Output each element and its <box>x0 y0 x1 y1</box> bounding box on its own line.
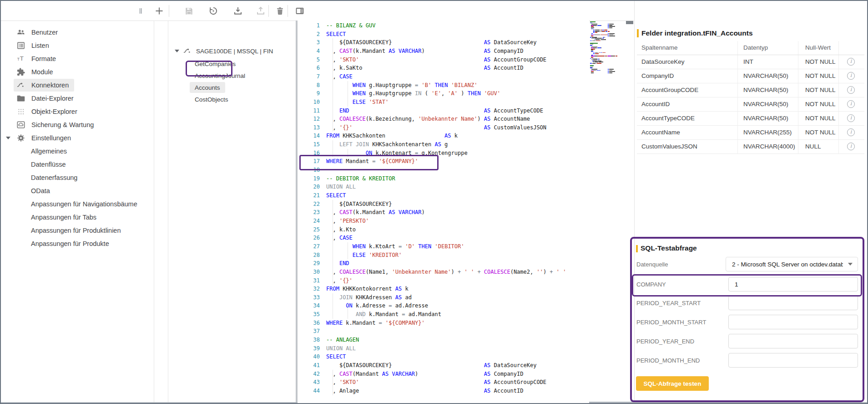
sidebar-item-anpassungen-für-produkte[interactable]: Anpassungen für Produkte <box>1 237 154 250</box>
sidebar-item-datei-explorer[interactable]: Datei-Explorer <box>1 92 154 105</box>
column-divider <box>737 41 738 154</box>
info-icon[interactable]: i <box>847 114 855 122</box>
chevron-down-icon[interactable] <box>6 137 10 139</box>
sidebar-item-einstellungen[interactable]: Einstellungen <box>1 131 154 144</box>
editor-scrollbar[interactable] <box>625 20 634 402</box>
sidebar-item-anpassungen-für-produktlinien[interactable]: Anpassungen für Produktlinien <box>1 224 154 237</box>
delete-button[interactable] <box>273 4 287 18</box>
code-line-18: 18 <box>298 166 589 174</box>
layout-button[interactable] <box>293 4 307 18</box>
minimap-line <box>590 72 612 73</box>
collapsed-panel-gutter <box>154 21 168 402</box>
sidebar-item-odata[interactable]: OData <box>1 184 154 197</box>
period_month_start-input[interactable] <box>728 315 858 329</box>
code-line-34: 34 ON k.Adresse = ad.Adresse <box>298 302 589 310</box>
column-divider <box>798 41 798 154</box>
code-line-30: 30 , COALESCE(Name1, 'Unbekannter Name')… <box>298 268 589 276</box>
code-line-15: 15 LEFT JOIN KHKSachkontenarten AS g <box>298 140 589 149</box>
code-line-11: 11 END AS AccountTypeCODE <box>298 107 589 115</box>
code-line-24: 24 , 'PERSKTO' <box>298 217 589 225</box>
drag-handle-button[interactable] <box>134 4 147 18</box>
code-line-26: 26 , CASE <box>298 234 589 242</box>
accent-bar <box>637 29 639 37</box>
tree-item-accounts[interactable]: Accounts <box>190 82 225 93</box>
datasource-select[interactable]: 2 - Microsoft SQL Server on octdev.datab… <box>726 257 858 271</box>
connector-tree-panel: SAGE100DE | MSSQL | FIN GetCompaniesAcco… <box>168 21 296 402</box>
info-icon[interactable]: i <box>847 86 855 94</box>
code-line-21: 21SELECT <box>298 191 589 200</box>
tree-item-getcompanies[interactable]: GetCompanies <box>190 58 241 70</box>
add-button[interactable] <box>152 4 166 18</box>
connector-icon <box>182 46 192 56</box>
param-label: COMPANY <box>636 281 666 288</box>
export-button <box>254 4 267 18</box>
code-line-32: 32FROM KHKKontokorrent AS k <box>298 285 589 293</box>
param-label: PERIOD_MONTH_END <box>636 357 700 364</box>
code-line-33: 33 JOIN KHKAdressen AS ad <box>298 293 589 302</box>
code-line-42: 42 , CAST(Mandant AS VARCHAR) AS Company… <box>298 370 589 378</box>
sidebar-item-label: Allgemeines <box>31 148 67 155</box>
sidebar-item-sicherung-wartung[interactable]: Sicherung & Wartung <box>1 118 154 131</box>
info-icon[interactable]: i <box>847 128 855 136</box>
import-button[interactable] <box>231 4 245 18</box>
period_year_end-input[interactable] <box>728 334 858 348</box>
people-icon <box>16 27 26 37</box>
module-icon <box>16 67 26 77</box>
tree-root-connector[interactable]: SAGE100DE | MSSQL | FIN <box>175 45 273 57</box>
tree-item-label: GetCompanies <box>195 61 236 67</box>
sidebar-item-label: Objekt-Explorer <box>31 108 77 115</box>
code-line-3: 3 ${DATASOURCEKEY} AS DataSourceKey <box>298 38 589 47</box>
code-line-22: 22 ${DATASOURCEKEY} <box>298 200 589 209</box>
minimap-line <box>590 56 617 56</box>
code-line-10: 10 ELSE 'STAT' <box>298 98 589 107</box>
sql-test-title: SQL-Testabfrage <box>641 244 697 252</box>
tree-item-costobjects[interactable]: CostObjects <box>190 93 233 105</box>
sidebar-item-label: Anpassungen für Produkte <box>31 240 109 247</box>
period_year_start-input[interactable] <box>728 296 858 310</box>
column-header: Spaltenname <box>641 44 678 51</box>
sql-editor[interactable]: 1-- BILANZ & GUV2SELECT3 ${DATASOURCEKEY… <box>298 20 589 403</box>
backup-icon <box>16 120 26 130</box>
code-line-19: 19-- DEBITOR & KREDITOR <box>298 174 589 183</box>
tree-item-accountingjournal[interactable]: AccountingJournal <box>190 70 250 82</box>
sidebar-item-allgemeines[interactable]: Allgemeines <box>1 144 154 158</box>
info-icon[interactable]: i <box>847 100 855 108</box>
history-button[interactable] <box>207 4 220 18</box>
param-row-period_month_end: PERIOD_MONTH_END <box>636 353 858 368</box>
sidebar-item-label: Anpassungen für Navigationsbäume <box>31 200 137 208</box>
code-line-25: 25 , k.Kto <box>298 225 589 234</box>
accent-bar <box>636 245 638 252</box>
code-line-17: 17WHERE Mandant = '${COMPANY}' <box>298 157 589 166</box>
minimap[interactable] <box>589 21 625 81</box>
scrollbar-thumb[interactable] <box>626 21 633 24</box>
param-row-period_year_start: PERIOD_YEAR_START <box>636 296 858 310</box>
sidebar-item-konnektoren[interactable]: Konnektoren <box>1 78 154 92</box>
test-sql-query-button[interactable]: SQL-Abfrage testen <box>636 376 709 391</box>
param-label: PERIOD_YEAR_START <box>636 300 701 307</box>
connector-icon <box>16 80 26 90</box>
period_month_end-input[interactable] <box>728 353 858 368</box>
sidebar-item-label: Konnektoren <box>31 82 69 89</box>
sidebar-item-label: Benutzer <box>31 29 58 36</box>
company-input[interactable] <box>728 277 858 291</box>
sidebar-item-anpassungen-für-navigationsbäume[interactable]: Anpassungen für Navigationsbäume <box>1 197 154 210</box>
sidebar-item-module[interactable]: Module <box>1 65 154 78</box>
sidebar-item-anpassungen-für-tabs[interactable]: Anpassungen für Tabs <box>1 210 154 224</box>
sidebar-item-formate[interactable]: TTFormate <box>1 52 154 65</box>
navigation-sidebar: BenutzerListenTTFormateModuleKonnektoren… <box>1 21 154 402</box>
info-icon[interactable]: i <box>847 58 855 66</box>
code-line-23: 23 , CAST(k.Mandant AS VARCHAR) <box>298 208 589 217</box>
sidebar-item-label: Einstellungen <box>31 134 71 142</box>
code-line-28: 28 ELSE 'KREDITOR' <box>298 251 589 260</box>
sidebar-item-listen[interactable]: Listen <box>1 39 154 52</box>
sidebar-item-datenflüsse[interactable]: Datenflüsse <box>1 158 154 171</box>
datasource-value: 2 - Microsoft SQL Server on octdev.datab… <box>732 261 843 268</box>
chevron-down-icon[interactable] <box>175 50 179 52</box>
sidebar-item-benutzer[interactable]: Benutzer <box>1 26 154 39</box>
info-icon[interactable]: i <box>847 143 855 150</box>
sidebar-item-datenerfassung[interactable]: Datenerfassung <box>1 171 154 184</box>
info-icon[interactable]: i <box>847 72 855 80</box>
sidebar-item-objekt-explorer[interactable]: Objekt-Explorer <box>1 105 154 118</box>
format-icon: TT <box>16 54 26 64</box>
code-line-1: 1-- BILANZ & GUV <box>298 21 589 30</box>
